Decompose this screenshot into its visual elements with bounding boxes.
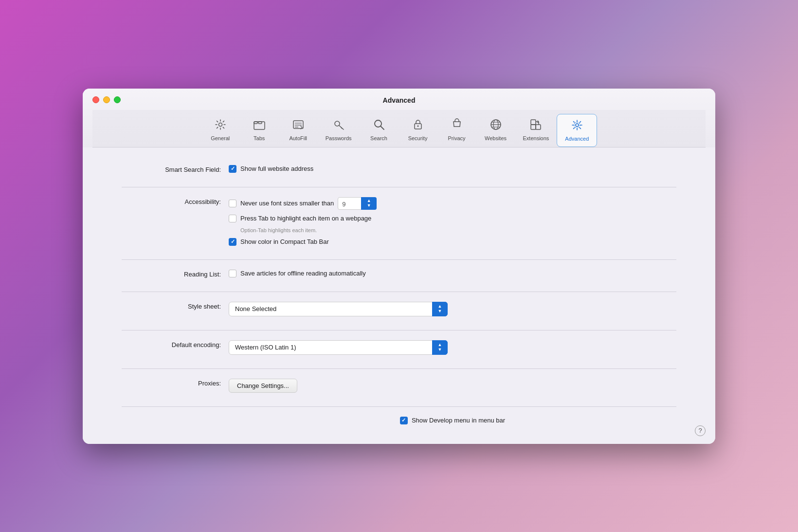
accessibility-row: Accessibility: Never use font sizes smal… — [122, 197, 676, 246]
develop-menu-content: Show Develop menu in menu bar — [400, 417, 505, 424]
style-sheet-content: None Selected ▲ ▼ — [229, 302, 448, 316]
search-icon — [372, 118, 386, 133]
divider-2 — [122, 259, 676, 260]
divider-3 — [122, 292, 676, 292]
accessibility-label: Accessibility: — [122, 197, 229, 205]
svg-point-14 — [417, 125, 418, 127]
divider-1 — [122, 187, 676, 187]
divider-5 — [122, 368, 676, 369]
develop-menu-spacer — [293, 417, 400, 418]
tab-search-label: Search — [370, 135, 387, 141]
content: Smart Search Field: Show full website ad… — [83, 147, 715, 444]
divider-6 — [122, 406, 676, 407]
security-icon — [411, 118, 425, 133]
general-icon — [214, 118, 227, 133]
tab-general[interactable]: General — [201, 114, 240, 147]
font-size-select-wrapper: 9 10 11 12 ▲ ▼ — [338, 197, 377, 210]
tab-tabs[interactable]: Tabs — [240, 114, 279, 147]
tabs-icon — [253, 118, 266, 133]
content-wrapper: Smart Search Field: Show full website ad… — [83, 147, 715, 444]
font-size-select[interactable]: 9 10 11 12 — [338, 197, 377, 210]
tab-advanced[interactable]: Advanced — [557, 114, 597, 147]
proxies-label: Proxies: — [122, 379, 229, 387]
tab-passwords-label: Passwords — [326, 135, 352, 141]
accessibility-content: Never use font sizes smaller than 9 10 1… — [229, 197, 377, 246]
tab-extensions[interactable]: Extensions — [515, 114, 557, 147]
encoding-select[interactable]: Western (ISO Latin 1) Unicode (UTF-8) — [229, 340, 448, 355]
tab-search[interactable]: Search — [360, 114, 399, 147]
svg-point-23 — [576, 124, 579, 127]
press-tab-checkbox[interactable] — [229, 215, 236, 222]
minimize-button[interactable] — [103, 96, 110, 103]
offline-reading-checkbox[interactable] — [229, 270, 236, 277]
option-tab-hint: Option-Tab highlights each item. — [240, 227, 377, 233]
window: Advanced General — [83, 89, 715, 444]
style-sheet-row: Style sheet: None Selected ▲ ▼ — [122, 302, 676, 316]
svg-rect-1 — [254, 122, 265, 129]
develop-menu-container: Show Develop menu in menu bar — [400, 417, 505, 424]
autofill-icon — [291, 118, 305, 133]
maximize-button[interactable] — [114, 96, 121, 103]
window-title: Advanced — [92, 96, 706, 110]
tab-security[interactable]: Security — [399, 114, 437, 147]
font-size-label: Never use font sizes smaller than — [240, 200, 334, 207]
tab-advanced-label: Advanced — [565, 136, 589, 142]
tab-websites[interactable]: Websites — [476, 114, 515, 147]
traffic-lights — [92, 96, 121, 103]
style-sheet-select[interactable]: None Selected — [229, 302, 448, 316]
tab-autofill-label: AutoFill — [289, 135, 307, 141]
tab-passwords[interactable]: Passwords — [318, 114, 360, 147]
divider-4 — [122, 330, 676, 330]
font-size-checkbox[interactable] — [229, 200, 236, 207]
press-tab-label: Press Tab to highlight each item on a we… — [240, 215, 371, 222]
tab-websites-label: Websites — [485, 135, 507, 141]
help-button[interactable]: ? — [695, 425, 706, 436]
show-full-address-label: Show full website address — [240, 165, 313, 172]
passwords-icon — [332, 118, 345, 133]
tab-extensions-label: Extensions — [523, 135, 549, 141]
compact-tab-checkbox[interactable] — [229, 238, 236, 246]
develop-menu-checkbox[interactable] — [400, 417, 408, 424]
font-size-row: Never use font sizes smaller than 9 10 1… — [229, 197, 377, 210]
change-settings-button[interactable]: Change Settings... — [229, 379, 297, 393]
svg-line-12 — [381, 126, 384, 129]
advanced-icon — [570, 118, 584, 134]
svg-rect-3 — [258, 122, 262, 124]
offline-reading-label: Save articles for offline reading automa… — [240, 270, 366, 277]
proxies-content: Change Settings... — [229, 379, 297, 393]
encoding-content: Western (ISO Latin 1) Unicode (UTF-8) ▲ … — [229, 340, 448, 355]
tab-tabs-label: Tabs — [254, 135, 265, 141]
compact-tab-container: Show color in Compact Tab Bar — [229, 238, 377, 246]
show-full-address-container: Show full website address — [229, 165, 313, 173]
proxies-row: Proxies: Change Settings... — [122, 379, 676, 393]
style-sheet-select-wrapper: None Selected ▲ ▼ — [229, 302, 448, 316]
svg-rect-22 — [531, 120, 536, 125]
smart-search-label: Smart Search Field: — [122, 165, 229, 173]
reading-list-content: Save articles for offline reading automa… — [229, 270, 366, 277]
smart-search-content: Show full website address — [229, 165, 313, 173]
svg-point-24 — [574, 122, 580, 128]
svg-point-0 — [218, 123, 222, 126]
offline-reading-container: Save articles for offline reading automa… — [229, 270, 366, 277]
encoding-select-wrapper: Western (ISO Latin 1) Unicode (UTF-8) ▲ … — [229, 340, 448, 355]
svg-rect-21 — [536, 125, 541, 129]
websites-icon — [489, 118, 503, 133]
close-button[interactable] — [92, 96, 99, 103]
tab-autofill[interactable]: AutoFill — [279, 114, 318, 147]
press-tab-container: Press Tab to highlight each item on a we… — [229, 215, 377, 222]
reading-list-label: Reading List: — [122, 270, 229, 278]
tab-security-label: Security — [408, 135, 428, 141]
encoding-row: Default encoding: Western (ISO Latin 1) … — [122, 340, 676, 355]
show-full-address-checkbox[interactable] — [229, 165, 236, 173]
privacy-icon — [450, 118, 464, 133]
tab-general-label: General — [211, 135, 230, 141]
smart-search-row: Smart Search Field: Show full website ad… — [122, 165, 676, 173]
svg-rect-2 — [254, 122, 257, 124]
tab-privacy-label: Privacy — [448, 135, 465, 141]
tab-privacy[interactable]: Privacy — [437, 114, 476, 147]
compact-tab-label: Show color in Compact Tab Bar — [240, 238, 329, 245]
extensions-icon — [529, 118, 543, 133]
reading-list-row: Reading List: Save articles for offline … — [122, 270, 676, 278]
develop-menu-row: Show Develop menu in menu bar — [122, 417, 676, 424]
style-sheet-label: Style sheet: — [122, 302, 229, 310]
